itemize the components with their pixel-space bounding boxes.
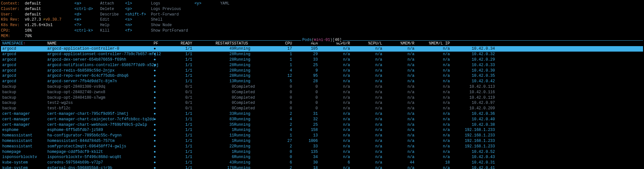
cell-status: Running <box>234 79 266 84</box>
cell-cpu-l: n/a <box>350 52 382 57</box>
cell-namespace: argocd <box>2 57 47 63</box>
cell-mem-r: n/a <box>382 122 414 128</box>
table-row[interactable]: argocdargocd-application-controller-0●1/… <box>1 46 643 52</box>
col-cpu[interactable]: CPU <box>266 41 292 46</box>
col-mem-l-ip[interactable]: %MEM/L IP <box>414 41 450 46</box>
cell-namespace: argocd <box>2 79 47 84</box>
cell-mem-l: 18 <box>414 160 450 165</box>
hotkey-label: Kill <box>100 28 109 34</box>
cell-name: esphome-6ff5d5fdb7-jz589 <box>47 127 154 133</box>
cell-mem: 28 <box>292 79 318 84</box>
table-row[interactable]: homepagehomepage-cddf5dcf9-kbl2t●1/11Run… <box>1 149 643 155</box>
cell-cpu-r: n/a <box>318 68 350 74</box>
status-header: Context:default Cluster:default User:def… <box>1 1 643 39</box>
cell-ip: 192.168.1.233 <box>450 138 495 144</box>
cell-mem-r: n/a <box>382 165 414 169</box>
cell-ip: 10.42.0.113 <box>450 84 495 90</box>
cell-name: argocd-dex-server-654b876659-f69hh <box>47 57 154 63</box>
table-row[interactable]: homeassistanthomeassistant-844d784d5-757… <box>1 138 643 144</box>
cell-status: Running <box>234 138 266 144</box>
cell-mem-l: n/a <box>414 127 450 133</box>
cell-mem-l: n/a <box>414 57 450 63</box>
col-restarts[interactable]: RESTARTS <box>192 41 234 46</box>
table-row[interactable]: kube-systemcoredns-597584b69b-v72p7●1/14… <box>1 160 643 165</box>
cpu-value: 16% <box>25 28 32 34</box>
cell-cpu-r: 6 <box>318 160 350 165</box>
cell-ip: 10.42.0.52 <box>450 149 495 155</box>
table-row[interactable]: esphomeesphome-6ff5d5fdb7-jz589●1/11Runn… <box>1 127 643 133</box>
hotkey-label: Edit <box>100 17 109 23</box>
table-row[interactable]: homeassistantha-configurator-7895b6c55c-… <box>1 133 643 138</box>
table-row[interactable]: backupbackup-opt-28402740-zwnx8●0/10Comp… <box>1 90 643 95</box>
table-row[interactable]: argocdargocd-server-7fb4d9dd7c-8jm7n●1/1… <box>1 79 643 84</box>
table-row[interactable]: kube-systemexternal-dns-5968855b8-cjr9b●… <box>1 165 643 169</box>
col-ready[interactable]: READY <box>163 41 192 46</box>
hotkey-label: YAML <box>220 1 230 6</box>
cell-mem: 0 <box>292 106 318 111</box>
cell-mem: 135 <box>292 149 318 155</box>
table-row[interactable]: backupbackup-opt-28404180-s7wgm●0/10Comp… <box>1 95 643 101</box>
hotkey-label: Show PortForward <box>151 28 188 34</box>
table-row[interactable]: cert-managercert-manager-chart-795cf9d95… <box>1 111 643 117</box>
cell-pf: ● <box>154 133 163 138</box>
cell-ip: 10.42.0.209 <box>450 106 495 111</box>
cell-status: Running <box>234 165 266 169</box>
table-row[interactable]: cert-managercert-manager-chart-webhook-7… <box>1 122 643 128</box>
cell-ip: 10.42.0.41 <box>450 165 495 169</box>
col-namespace[interactable]: NAMESPACE↑ <box>2 41 47 46</box>
cell-pf: ● <box>154 84 163 90</box>
cell-restarts: 49 <box>192 46 234 52</box>
pods-table[interactable]: NAMESPACE↑ NAME PF READY RESTARTS STATUS… <box>1 40 643 169</box>
table-row[interactable]: argocdargocd-redis-6b8589c59d-2njpx●1/12… <box>1 68 643 74</box>
table-row[interactable]: argocdargocd-repo-server-6c4cf75dbb-dhbq… <box>1 73 643 79</box>
table-row[interactable]: homeassistantsomfyprotect2mqtt-696458ff7… <box>1 144 643 149</box>
view-title-context: mini-01 <box>314 38 330 42</box>
cell-mem-l: n/a <box>414 73 450 79</box>
cell-pf: ● <box>154 144 163 149</box>
cell-ip: 10.42.0.119 <box>450 95 495 101</box>
table-row[interactable]: argocdargocd-applicationset-controller-7… <box>1 52 643 57</box>
cell-status: Completed <box>234 90 266 95</box>
cell-cpu-r: n/a <box>318 52 350 57</box>
cell-mem: 30 <box>292 160 318 165</box>
cell-cpu: 27 <box>266 138 292 144</box>
cell-namespace: backup <box>2 84 47 90</box>
cell-cpu-r: n/a <box>318 79 350 84</box>
table-row[interactable]: backuptest-bfl2c●0/10Completed00n/an/an/… <box>1 106 643 111</box>
cell-ready: 1/1 <box>163 68 192 74</box>
col-mem-r[interactable]: %MEM/R <box>382 41 414 46</box>
cell-ip: 192.168.1.233 <box>450 127 495 133</box>
table-row[interactable]: argocdargocd-notifications-controller-65… <box>1 63 643 68</box>
table-row[interactable]: backuptest2-wg2ss●0/10Completed00n/an/an… <box>1 100 643 106</box>
cell-pf: ● <box>154 165 163 169</box>
cell-pf: ● <box>154 95 163 101</box>
col-cpu-l[interactable]: %CPU/L <box>350 41 382 46</box>
cell-cpu-r: n/a <box>318 111 350 117</box>
cell-status: Running <box>234 57 266 63</box>
table-row[interactable]: backupbackup-opt-28401300-vs9dq●0/10Comp… <box>1 84 643 90</box>
cell-ready: 1/1 <box>163 122 192 128</box>
cell-mem-r: n/a <box>382 46 414 52</box>
table-row[interactable]: argocdargocd-dex-server-654b876659-f69hh… <box>1 57 643 63</box>
col-status[interactable]: STATUS <box>234 41 266 46</box>
table-row[interactable]: isponsorblocktvisponsorblocktv-5f496c868… <box>1 154 643 160</box>
col-name[interactable]: NAME <box>47 41 154 46</box>
hotkey-label: Describe <box>100 12 119 17</box>
cell-restarts: 28 <box>192 52 234 57</box>
cell-name: argocd-repo-server-6c4cf75dbb-dhbq6 <box>47 73 154 79</box>
cell-ready: 0/1 <box>163 100 192 106</box>
hotkey-key: <y> <box>194 1 220 6</box>
col-pf[interactable]: PF <box>154 41 163 46</box>
cell-cpu-r: n/a <box>318 133 350 138</box>
cell-cpu-l: n/a <box>350 111 382 117</box>
cell-cpu: 1 <box>266 52 292 57</box>
hotkey-label: Logs Previous <box>151 6 181 12</box>
cell-mem-r: n/a <box>382 57 414 63</box>
cell-status: Running <box>234 117 266 122</box>
table-row[interactable]: cert-managercert-manager-chart-cainjecto… <box>1 117 643 122</box>
cell-cpu-r: n/a <box>318 57 350 63</box>
hotkey-hint: <?>Help <box>74 23 119 28</box>
cell-mem-r: n/a <box>382 84 414 90</box>
cell-restarts: 11 <box>192 133 234 138</box>
cell-ip: 10.42.0.42 <box>450 79 495 84</box>
